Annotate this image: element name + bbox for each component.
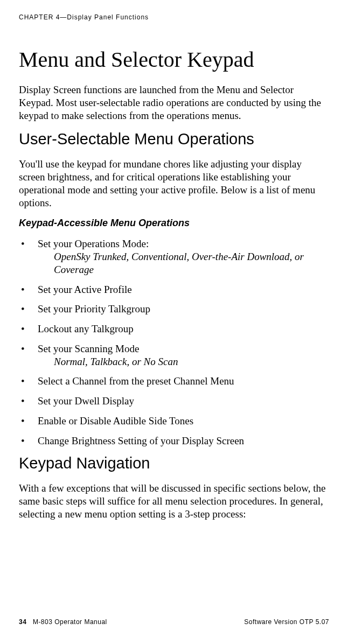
list-item: Set your Operations Mode: OpenSky Trunke…: [19, 237, 329, 276]
list-item-subtext: Normal, Talkback, or No Scan: [38, 355, 329, 368]
list-item: Set your Dwell Display: [19, 395, 329, 408]
intro-paragraph: Display Screen functions are launched fr…: [19, 83, 329, 122]
list-item-text: Set your Priority Talkgroup: [38, 303, 150, 314]
list-item-text: Change Brightness Setting of your Displa…: [38, 435, 244, 446]
list-item-text: Set your Operations Mode:: [38, 238, 149, 249]
section-title-keypad-navigation: Keypad Navigation: [19, 454, 329, 472]
list-item: Lockout any Talkgroup: [19, 323, 329, 335]
list-item-text: Set your Dwell Display: [38, 395, 134, 407]
list-item: Set your Active Profile: [19, 283, 329, 296]
footer-page-number: 34: [19, 618, 26, 626]
page-footer: 34 M-803 Operator Manual Software Versio…: [19, 618, 329, 626]
footer-left: 34 M-803 Operator Manual: [19, 618, 107, 626]
list-item-text: Set your Scanning Mode: [38, 343, 139, 354]
list-item-text: Select a Channel from the preset Channel…: [38, 375, 234, 387]
page: CHAPTER 4—Display Panel Functions Menu a…: [0, 0, 348, 644]
list-item: Set your Scanning Mode Normal, Talkback,…: [19, 342, 329, 368]
list-item-text: Enable or Disable Audible Side Tones: [38, 415, 193, 426]
footer-right: Software Version OTP 5.07: [244, 618, 329, 626]
subheading-keypad-accessible: Keypad-Accessible Menu Operations: [19, 218, 329, 229]
section2-paragraph: With a few exceptions that will be discu…: [19, 482, 329, 520]
list-item: Change Brightness Setting of your Displa…: [19, 435, 329, 447]
list-item-subtext: OpenSky Trunked, Conventional, Over-the-…: [38, 250, 329, 276]
bullet-list: Set your Operations Mode: OpenSky Trunke…: [19, 237, 329, 447]
section1-paragraph: You'll use the keypad for mundane chores…: [19, 158, 329, 209]
chapter-header: CHAPTER 4—Display Panel Functions: [19, 13, 329, 21]
list-item-text: Set your Active Profile: [38, 284, 132, 295]
list-item: Enable or Disable Audible Side Tones: [19, 415, 329, 428]
list-item-text: Lockout any Talkgroup: [38, 323, 134, 334]
list-item: Set your Priority Talkgroup: [19, 303, 329, 316]
main-title: Menu and Selector Keypad: [19, 48, 329, 72]
section-title-user-selectable: User-Selectable Menu Operations: [19, 130, 329, 148]
footer-manual-label: M-803 Operator Manual: [33, 618, 107, 626]
list-item: Select a Channel from the preset Channel…: [19, 375, 329, 388]
